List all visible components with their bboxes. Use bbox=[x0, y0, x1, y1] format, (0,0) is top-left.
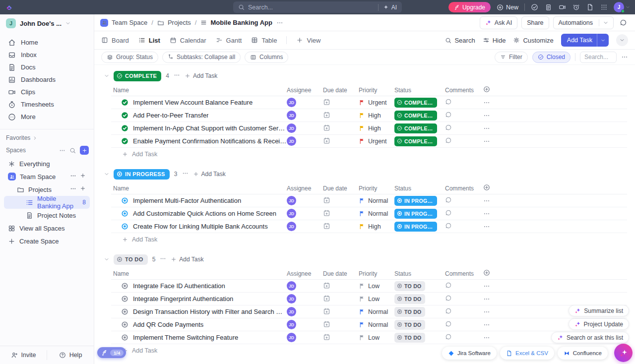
tab-gantt[interactable]: Gantt bbox=[216, 37, 242, 44]
due-date-cell[interactable] bbox=[323, 222, 359, 231]
assignee-avatar[interactable]: JD bbox=[287, 123, 296, 133]
new-button[interactable]: New bbox=[497, 4, 518, 11]
sidebar-item-mobile-banking-app[interactable]: Mobile Banking App8 bbox=[4, 196, 90, 209]
task-name[interactable]: Implement Multi-Factor Authentication bbox=[133, 197, 241, 204]
closed-chip[interactable]: Closed bbox=[532, 52, 571, 63]
column-header-comments[interactable]: Comments bbox=[445, 87, 483, 94]
due-date-cell[interactable] bbox=[323, 98, 359, 107]
column-header-priority[interactable]: Priority bbox=[359, 185, 394, 192]
excel-csv-button[interactable]: Excel & CSV bbox=[500, 347, 554, 360]
sidebar-item-timesheets[interactable]: Timesheets bbox=[4, 98, 90, 111]
task-more-button[interactable] bbox=[483, 296, 627, 303]
add-task-button[interactable]: Add Task bbox=[561, 34, 609, 47]
due-date-cell[interactable] bbox=[323, 137, 359, 146]
ai-project-update-button[interactable]: Project Update bbox=[569, 318, 629, 330]
priority-cell[interactable]: Normal bbox=[359, 308, 394, 315]
clips-button[interactable] bbox=[559, 3, 566, 11]
column-header-priority[interactable]: Priority bbox=[359, 270, 394, 277]
sidebar-item-everything[interactable]: Everything bbox=[4, 157, 90, 170]
columns-chip[interactable]: Columns bbox=[245, 52, 288, 63]
column-header-due-date[interactable]: Due date bbox=[323, 185, 359, 192]
upgrade-button[interactable]: Upgrade bbox=[448, 2, 491, 12]
priority-cell[interactable]: High bbox=[359, 223, 394, 230]
group-add-task-row[interactable]: Add Task bbox=[111, 148, 627, 161]
task-name[interactable]: Implement View Account Balance Feature bbox=[133, 99, 253, 106]
column-header-comments[interactable]: Comments bbox=[445, 270, 483, 277]
priority-cell[interactable]: Normal bbox=[359, 210, 394, 217]
column-header-assignee[interactable]: Assignee bbox=[287, 87, 323, 94]
task-name[interactable]: Add Peer-to-Peer Transfer bbox=[133, 112, 208, 119]
assignee-avatar[interactable]: JD bbox=[287, 111, 296, 120]
task-more-button[interactable] bbox=[483, 138, 627, 145]
comments-cell[interactable] bbox=[445, 98, 483, 107]
column-header-name[interactable]: Name bbox=[111, 87, 287, 94]
status-pill[interactable]: TO DO bbox=[394, 320, 425, 330]
collapse-group-button[interactable] bbox=[104, 72, 109, 80]
task-more-button[interactable] bbox=[483, 283, 627, 290]
priority-cell[interactable]: Urgent bbox=[359, 138, 394, 145]
reminders-button[interactable] bbox=[572, 3, 580, 11]
breadcrumb-team-space[interactable]: Team Space bbox=[100, 19, 147, 27]
share-button[interactable]: Share bbox=[521, 16, 549, 29]
status-pill[interactable]: IN PROGRESS bbox=[394, 209, 437, 219]
group-more-button[interactable] bbox=[182, 170, 189, 178]
ai-summarize-list-button[interactable]: Summarize list bbox=[569, 305, 629, 316]
sidebar-item-project-notes[interactable]: Project Notes bbox=[4, 209, 90, 222]
assignee-avatar[interactable]: JD bbox=[287, 209, 296, 218]
comments-cell[interactable] bbox=[445, 320, 483, 329]
group-more-button[interactable] bbox=[174, 72, 180, 80]
ai-assistant-button[interactable] bbox=[614, 344, 633, 362]
add-column-button[interactable] bbox=[483, 185, 490, 192]
assignee-avatar[interactable]: JD bbox=[287, 222, 296, 231]
comments-cell[interactable] bbox=[445, 307, 483, 316]
column-header-due-date[interactable]: Due date bbox=[323, 270, 359, 277]
group-add-task-button[interactable]: Add Task bbox=[185, 72, 217, 79]
column-header-status[interactable]: Status bbox=[394, 87, 445, 94]
status-pill[interactable]: TO DO bbox=[394, 333, 425, 343]
column-header-name[interactable]: Name bbox=[111, 185, 287, 192]
group-by-chip[interactable]: Group: Status bbox=[101, 52, 158, 63]
tab-table[interactable]: Table bbox=[251, 37, 277, 44]
clickup-logo-icon[interactable] bbox=[5, 3, 13, 11]
priority-cell[interactable]: High bbox=[359, 125, 394, 132]
comments-cell[interactable] bbox=[445, 124, 483, 132]
row-add-button[interactable] bbox=[80, 173, 86, 181]
status-pill[interactable]: COMPLETE bbox=[394, 136, 437, 146]
comments-cell[interactable] bbox=[445, 282, 483, 290]
column-header-status[interactable]: Status bbox=[394, 270, 445, 277]
search-ai-button[interactable]: AI bbox=[378, 4, 397, 11]
status-pill[interactable]: TO DO bbox=[394, 307, 425, 317]
status-pill[interactable]: IN PROGRESS bbox=[394, 222, 437, 232]
toolbar-more-button[interactable] bbox=[621, 54, 628, 61]
tab-calendar[interactable]: Calendar bbox=[170, 37, 206, 44]
priority-cell[interactable]: Urgent bbox=[359, 99, 394, 106]
apps-button[interactable] bbox=[600, 3, 608, 11]
column-header-assignee[interactable]: Assignee bbox=[287, 185, 323, 192]
comments-cell[interactable] bbox=[445, 333, 483, 342]
due-date-cell[interactable] bbox=[323, 320, 359, 329]
status-pill[interactable]: TO DO bbox=[394, 294, 425, 304]
status-pill[interactable]: TO DO bbox=[394, 281, 425, 291]
comments-toggle-button[interactable] bbox=[618, 17, 629, 28]
view-search-button[interactable]: Search bbox=[445, 37, 475, 44]
sidebar-item-inbox[interactable]: Inbox bbox=[4, 49, 90, 61]
comments-cell[interactable] bbox=[445, 196, 483, 205]
task-name[interactable]: Add QR Code Payments bbox=[133, 321, 203, 328]
tab-board[interactable]: Board bbox=[101, 37, 129, 44]
jira-software-button[interactable]: Jira Software bbox=[442, 347, 497, 360]
breadcrumb-current-list[interactable]: Mobile Banking App bbox=[200, 19, 272, 26]
assignee-avatar[interactable]: JD bbox=[287, 281, 296, 291]
breadcrumb-projects[interactable]: Projects bbox=[157, 19, 191, 26]
breadcrumb-more-button[interactable] bbox=[276, 19, 283, 26]
due-date-cell[interactable] bbox=[323, 209, 359, 218]
row-more-button[interactable] bbox=[70, 173, 76, 181]
task-more-button[interactable] bbox=[483, 99, 627, 106]
subtasks-chip[interactable]: Subtasks: Collapse all bbox=[162, 52, 241, 63]
due-date-cell[interactable] bbox=[323, 282, 359, 291]
group-add-task-button[interactable]: Add Task bbox=[193, 171, 226, 178]
favorites-section-toggle[interactable]: Favorites bbox=[0, 129, 94, 142]
group-add-task-button[interactable]: Add Task bbox=[171, 256, 203, 263]
task-name[interactable]: Implement Theme Switching Feature bbox=[133, 334, 238, 341]
customize-button[interactable]: Customize bbox=[513, 37, 553, 44]
column-header-assignee[interactable]: Assignee bbox=[287, 270, 323, 277]
